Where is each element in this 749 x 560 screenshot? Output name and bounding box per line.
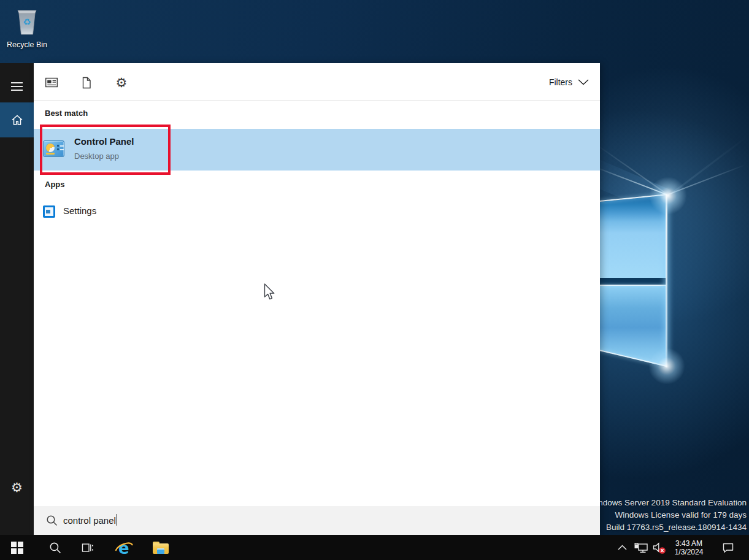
action-center-icon	[721, 542, 735, 554]
filters-dropdown[interactable]: Filters	[549, 63, 589, 101]
hamburger-icon	[11, 80, 23, 93]
search-query: control panel	[63, 514, 117, 526]
filter-apps-button[interactable]	[44, 75, 60, 91]
windows-logo-icon	[11, 542, 23, 554]
volume-muted-icon	[652, 541, 666, 554]
best-match-header: Best match	[45, 109, 88, 118]
settings-app-icon	[43, 205, 55, 218]
watermark-line-1: Windows Server 2019 Standard Evaluation	[589, 497, 747, 509]
tray-clock[interactable]: 3:43 AM 1/3/2024	[669, 535, 709, 560]
svg-text:e: e	[118, 539, 129, 558]
internet-explorer-icon: e	[114, 538, 134, 558]
taskbar: e	[0, 535, 749, 560]
filters-label: Filters	[549, 77, 572, 87]
logo-corner-glow	[648, 348, 686, 384]
filter-settings-button[interactable]: ⚙	[113, 75, 129, 91]
gear-icon: ⚙	[11, 481, 23, 494]
search-results-panel: ⚙ Filters Best match Control Panel Deskt…	[34, 63, 600, 535]
text-caret	[117, 514, 118, 526]
logo-vertex-glow	[649, 177, 687, 215]
tray-time: 3:43 AM	[675, 539, 702, 548]
task-view-icon	[80, 541, 94, 554]
gear-icon: ⚙	[116, 77, 128, 90]
recycle-bin-icon: ♻	[12, 5, 42, 37]
search-filter-bar: ⚙ Filters	[34, 63, 600, 101]
result-subtitle: Desktop app	[74, 152, 119, 161]
sidebar-home-button[interactable]	[0, 102, 34, 137]
search-input[interactable]: control panel	[34, 506, 600, 535]
apps-filter-icon	[44, 75, 59, 90]
filter-documents-button[interactable]	[79, 75, 94, 91]
result-title: Control Panel	[74, 136, 134, 147]
hamburger-menu-button[interactable]	[0, 75, 34, 98]
recycle-bin-label: Recycle Bin	[4, 40, 50, 49]
pane-edge	[600, 285, 666, 286]
chevron-up-icon	[616, 543, 628, 552]
tray-date: 1/3/2024	[675, 548, 704, 556]
control-panel-icon	[43, 140, 64, 157]
internet-explorer-button[interactable]: e	[110, 535, 137, 560]
start-button[interactable]	[4, 535, 31, 560]
home-icon	[10, 113, 25, 128]
result-control-panel[interactable]: Control Panel Desktop app	[34, 129, 600, 171]
taskbar-search-button[interactable]	[42, 535, 69, 560]
watermark-line-3: Build 17763.rs5_release.180914-1434	[589, 521, 747, 534]
search-icon	[45, 514, 58, 527]
file-explorer-button[interactable]	[147, 535, 174, 560]
search-flyout-sidebar: ⚙	[0, 63, 34, 535]
tray-volume-button[interactable]	[650, 535, 668, 560]
action-center-button[interactable]	[718, 535, 739, 560]
evaluation-watermark: Windows Server 2019 Standard Evaluation …	[589, 497, 747, 534]
result-settings[interactable]: Settings	[34, 199, 600, 224]
search-icon	[48, 541, 62, 554]
ethernet-network-icon	[634, 542, 648, 554]
tray-network-button[interactable]	[632, 535, 650, 560]
task-view-button[interactable]	[74, 535, 101, 560]
recycle-symbol: ♻	[23, 17, 31, 28]
result-title: Settings	[63, 205, 96, 216]
chevron-down-icon	[578, 79, 589, 85]
apps-header: Apps	[45, 180, 65, 189]
watermark-line-2: Windows License valid for 179 days	[589, 509, 747, 521]
recycle-bin-desktop-icon[interactable]: ♻ Recycle Bin	[4, 5, 50, 49]
document-filter-icon	[79, 75, 94, 90]
tray-show-hidden-icons[interactable]	[613, 535, 631, 560]
screen: Windows Server 2019 Standard Evaluation …	[0, 0, 749, 560]
windows-logo-right-edge	[666, 194, 667, 367]
sidebar-settings-button[interactable]: ⚙	[0, 477, 34, 499]
file-explorer-icon	[153, 542, 169, 554]
